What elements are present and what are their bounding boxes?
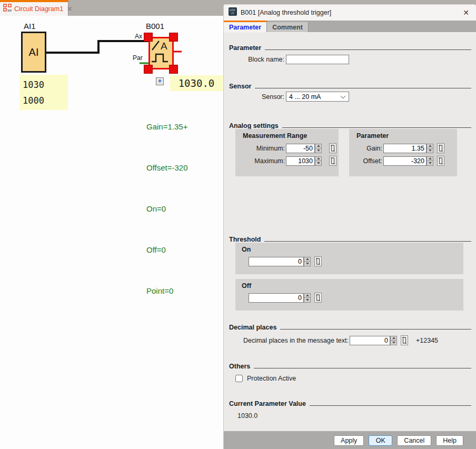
gain-spinner[interactable] <box>427 144 433 153</box>
selection-handle[interactable] <box>144 65 152 73</box>
gain-input[interactable] <box>383 144 427 153</box>
tab-circuit-diagram[interactable]: SIM Circuit Diagram1 ✕ <box>0 0 68 16</box>
minimum-label: Minimum: <box>243 145 285 152</box>
cancel-button[interactable]: Cancel <box>397 435 431 446</box>
current-parameter-value: 1030.0 <box>237 412 257 420</box>
logo-icon: LOG VB <box>229 7 237 18</box>
threshold-on-group: On <box>235 243 463 274</box>
threshold-on-spinner[interactable] <box>304 257 311 266</box>
b001-block-label: B001 <box>146 22 164 31</box>
minimum-reference-button[interactable] <box>329 143 336 153</box>
offset-input[interactable] <box>383 156 427 166</box>
decimal-places-reference-button[interactable] <box>401 335 408 345</box>
maximum-row: Maximum: <box>243 156 336 166</box>
maximum-label: Maximum: <box>243 157 285 165</box>
b001-input-pin-label: Ax <box>135 33 142 40</box>
section-threshold: Threshold <box>229 236 471 243</box>
threshold-on-reference-button[interactable] <box>314 256 322 266</box>
decimal-places-label: Decimal places in the message text: <box>228 337 349 344</box>
protection-active-label: Protection Active <box>247 375 296 382</box>
gain-reference-button[interactable] <box>437 143 444 153</box>
apply-button[interactable]: Apply <box>334 435 364 446</box>
decimal-places-spinner[interactable] <box>390 336 397 345</box>
section-current-parameter-value: Current Parameter Value <box>229 400 471 407</box>
sim-icon: SIM <box>3 4 12 14</box>
protection-active-checkbox[interactable] <box>235 375 243 382</box>
ai-sim-values: 1030 1000 <box>19 75 68 110</box>
dialog-tabstrip: Parameter Comment <box>224 21 476 32</box>
svg-text:VB: VB <box>231 12 234 15</box>
threshold-trigger-symbol: A <box>150 38 172 68</box>
minimum-input[interactable] <box>286 144 315 153</box>
maximum-spinner[interactable] <box>315 156 322 166</box>
ai-block[interactable]: AI <box>21 32 46 73</box>
measurement-range-group: Measurement Range Minimum: Maximum: <box>235 129 339 176</box>
offset-spinner[interactable] <box>427 156 433 166</box>
help-button[interactable]: Help <box>436 435 463 446</box>
section-sensor: Sensor <box>229 83 471 90</box>
dialog-body: Parameter Block name: Sensor Sensor: 4 .… <box>224 32 476 431</box>
block-properties-dialog: LOG VB B001 [Analog threshold trigger] ✕… <box>223 4 476 449</box>
decimal-places-input[interactable] <box>350 336 390 345</box>
dialog-titlebar[interactable]: LOG VB B001 [Analog threshold trigger] ✕ <box>224 5 476 21</box>
ok-button[interactable]: OK <box>369 435 392 446</box>
tab-parameter[interactable]: Parameter <box>224 21 267 32</box>
section-parameter: Parameter <box>229 44 471 52</box>
maximum-reference-button[interactable] <box>329 156 336 166</box>
b001-block[interactable]: A <box>148 37 174 69</box>
threshold-off-group: Off <box>235 279 463 311</box>
section-others: Others <box>229 363 471 370</box>
tab-close-icon[interactable]: ✕ <box>67 5 72 13</box>
selection-handle[interactable] <box>144 33 152 41</box>
sensor-row: Sensor: 4 ... 20 mA <box>228 92 349 102</box>
parameter-group: Parameter Gain: Offset: <box>349 129 457 176</box>
offset-row: Offset: <box>353 156 444 166</box>
offset-reference-button[interactable] <box>437 156 444 166</box>
tab-comment[interactable]: Comment <box>267 22 309 32</box>
minimum-spinner[interactable] <box>315 144 322 153</box>
ai-block-label: AI1 <box>24 22 36 31</box>
sensor-dropdown[interactable]: 4 ... 20 mA <box>286 92 349 102</box>
protection-row: Protection Active <box>235 375 296 382</box>
threshold-off-row <box>249 293 322 303</box>
tab-label: Circuit Diagram1 <box>14 5 63 13</box>
threshold-on-input[interactable] <box>249 257 304 266</box>
expand-parameters-button[interactable]: + <box>156 77 164 85</box>
threshold-off-spinner[interactable] <box>304 293 311 303</box>
block-name-row: Block name: <box>228 55 349 64</box>
sensor-selected-value: 4 ... 20 mA <box>289 93 341 101</box>
block-name-label: Block name: <box>228 56 284 63</box>
sensor-label: Sensor: <box>228 93 284 101</box>
threshold-off-input[interactable] <box>249 293 304 303</box>
gain-label: Gain: <box>353 145 382 152</box>
selection-handle[interactable] <box>170 33 177 41</box>
b001-sim-value: 1030.0 <box>170 75 223 91</box>
b001-parameter-annotations: Gain=1.35+ Offset=-320 On=0 Off=0 Point=… <box>146 93 188 312</box>
decimal-format-hint: +12345 <box>416 337 438 344</box>
svg-text:SIM: SIM <box>7 9 12 12</box>
b001-param-pin-label: Par <box>133 54 143 62</box>
dialog-button-bar: Apply OK Cancel Help <box>224 431 476 449</box>
section-decimal-places: Decimal places <box>229 324 471 331</box>
threshold-off-reference-button[interactable] <box>314 293 322 303</box>
offset-label: Offset: <box>353 157 382 165</box>
minimum-row: Minimum: <box>243 143 336 153</box>
decimal-places-row: Decimal places in the message text: +123… <box>228 335 438 345</box>
gain-row: Gain: <box>353 143 444 153</box>
dialog-close-icon[interactable]: ✕ <box>461 8 471 17</box>
chevron-down-icon <box>341 93 346 98</box>
threshold-on-row <box>249 256 322 266</box>
maximum-input[interactable] <box>286 156 315 166</box>
block-name-input[interactable] <box>286 55 349 64</box>
section-analog-settings: Analog settings <box>229 122 471 129</box>
dialog-title: B001 [Analog threshold trigger] <box>241 9 457 16</box>
ai-block-symbol: AI <box>29 46 39 58</box>
svg-text:A: A <box>161 41 167 52</box>
selection-handle[interactable] <box>170 65 177 73</box>
